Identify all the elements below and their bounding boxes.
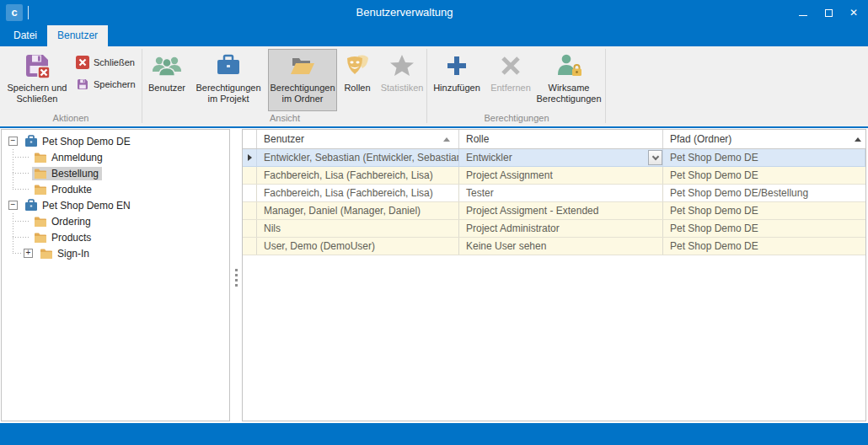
schliessen-label: Schließen bbox=[94, 57, 135, 67]
tree-node-body[interactable]: Sign-In bbox=[38, 247, 93, 260]
maximize-button[interactable] bbox=[816, 0, 841, 25]
grid-row[interactable]: Fachbereich, Lisa (Fachbereich, Lisa) Te… bbox=[243, 185, 865, 202]
cell-benutzer[interactable]: Fachbereich, Lisa (Fachbereich, Lisa) bbox=[257, 185, 459, 201]
splitter-grip-icon bbox=[230, 266, 242, 289]
grid-row[interactable]: Manager, Daniel (Manager, Daniel) Projec… bbox=[243, 202, 865, 220]
cell-pfad[interactable]: Pet Shop Demo DE bbox=[663, 149, 865, 166]
hinzufuegen-button[interactable]: Hinzufügen bbox=[430, 49, 484, 111]
entfernen-button[interactable]: Entfernen bbox=[487, 49, 534, 111]
grid-row[interactable]: Nils Project Administrator Pet Shop Demo… bbox=[243, 220, 865, 238]
column-header-pfad[interactable]: Pfad (Ordner) bbox=[663, 130, 865, 148]
minimize-button[interactable] bbox=[790, 0, 816, 25]
cell-benutzer[interactable]: User, Demo (DemoUser) bbox=[257, 238, 459, 255]
tree-node-body[interactable]: Pet Shop Demo EN bbox=[23, 198, 134, 212]
row-indicator-header bbox=[243, 130, 257, 148]
grid-row[interactable]: User, Demo (DemoUser) Keine User sehen P… bbox=[243, 238, 865, 255]
cell-pfad[interactable]: Pet Shop Demo DE/Bestellung bbox=[663, 185, 865, 201]
tree-node-body[interactable]: Ordering bbox=[32, 215, 94, 228]
tree-node-body[interactable]: Anmeldung bbox=[32, 151, 106, 164]
cell-benutzer[interactable]: Nils bbox=[257, 220, 459, 237]
row-indicator-cell bbox=[243, 185, 257, 201]
cell-rolle[interactable]: Project Assigment - Extended bbox=[459, 202, 663, 219]
chevron-down-icon bbox=[651, 153, 658, 159]
tree-node-body-selected[interactable]: Bestellung bbox=[32, 167, 102, 180]
role-dropdown-button[interactable] bbox=[648, 150, 662, 165]
tree-node-label: Products bbox=[51, 232, 91, 244]
status-bar bbox=[0, 423, 868, 445]
cell-pfad[interactable]: Pet Shop Demo DE bbox=[663, 202, 865, 219]
speichern-und-schliessen-button[interactable]: Speichern und Schließen bbox=[3, 49, 71, 111]
scroll-up-icon bbox=[855, 137, 861, 142]
grid-row-selected[interactable]: Entwickler, Sebastian (Entwickler, Sebas… bbox=[243, 149, 865, 167]
tree-node-body[interactable]: Pet Shop Demo DE bbox=[23, 134, 134, 148]
expand-icon[interactable]: + bbox=[24, 249, 33, 258]
collapse-icon[interactable]: − bbox=[8, 201, 18, 210]
rollen-button[interactable]: Rollen bbox=[339, 49, 376, 111]
row-indicator-cell bbox=[243, 238, 257, 255]
row-indicator-cell bbox=[243, 220, 257, 237]
cell-pfad[interactable]: Pet Shop Demo DE bbox=[663, 220, 865, 237]
tree-node-body[interactable]: Produkte bbox=[32, 183, 95, 196]
cell-rolle[interactable]: Project Assignment bbox=[459, 167, 663, 184]
tree-node-project-de: − Pet Shop Demo DE bbox=[2, 133, 229, 149]
column-header-benutzer[interactable]: Benutzer bbox=[257, 130, 459, 148]
grid-row[interactable]: Fachbereich, Lisa (Fachbereich, Lisa) Pr… bbox=[243, 167, 865, 185]
sort-ascending-icon bbox=[443, 137, 450, 142]
group-label-berechtigungen: Berechtigungen bbox=[428, 113, 605, 123]
window-controls: ✕ bbox=[790, 0, 866, 25]
row-indicator-cell bbox=[243, 202, 257, 219]
column-header-rolle[interactable]: Rolle bbox=[459, 130, 663, 148]
floppy-icon bbox=[76, 78, 89, 91]
tree-node-label: Sign-In bbox=[57, 248, 89, 260]
tree-node-products: Products bbox=[2, 229, 229, 245]
briefcase-icon bbox=[24, 135, 38, 147]
star-icon bbox=[388, 50, 415, 82]
cell-benutzer[interactable]: Fachbereich, Lisa (Fachbereich, Lisa) bbox=[257, 167, 459, 184]
ribbon-separator bbox=[426, 49, 427, 123]
benutzer-button[interactable]: Benutzer bbox=[145, 49, 189, 111]
cell-rolle[interactable]: Project Administrator bbox=[459, 220, 663, 237]
current-row-arrow-icon bbox=[248, 154, 252, 161]
cell-rolle[interactable]: Entwickler bbox=[459, 149, 663, 166]
folder-icon bbox=[34, 232, 47, 244]
wirksame-berechtigungen-button[interactable]: Wirksame Berechtigungen bbox=[534, 49, 603, 111]
group-label-ansicht: Ansicht bbox=[143, 113, 426, 123]
speichern-button[interactable]: Speichern bbox=[76, 77, 136, 92]
row-indicator-cell bbox=[243, 167, 257, 184]
cell-pfad[interactable]: Pet Shop Demo DE bbox=[663, 167, 865, 184]
cell-benutzer[interactable]: Manager, Daniel (Manager, Daniel) bbox=[257, 202, 459, 219]
save-and-close-icon bbox=[23, 50, 51, 82]
cell-pfad[interactable]: Pet Shop Demo DE bbox=[663, 238, 865, 255]
tree-node-label: Pet Shop Demo EN bbox=[42, 200, 131, 212]
project-tree-panel: − Pet Shop Demo DE bbox=[1, 129, 230, 421]
main-area: − Pet Shop Demo DE bbox=[0, 128, 868, 423]
cell-benutzer[interactable]: Entwickler, Sebastian (Entwickler, Sebas… bbox=[257, 149, 459, 166]
cell-rolle[interactable]: Tester bbox=[459, 185, 663, 201]
tab-datei[interactable]: Datei bbox=[3, 25, 47, 46]
window-title: Benutzerverwaltung bbox=[0, 0, 809, 25]
minimize-icon bbox=[799, 15, 807, 16]
berechtigungen-im-projekt-button[interactable]: Berechtigungen im Projekt bbox=[190, 49, 266, 111]
schliessen-button[interactable]: Schließen bbox=[76, 55, 135, 70]
close-button[interactable]: ✕ bbox=[841, 0, 866, 25]
permissions-grid-panel: Benutzer Rolle Pfad (Ordner) Entwickler,… bbox=[242, 129, 866, 421]
ribbon: Speichern und Schließen Schließen Speich… bbox=[0, 46, 868, 128]
maximize-icon bbox=[825, 9, 833, 17]
folder-icon bbox=[34, 168, 47, 180]
ribbon-tabs: Datei Benutzer bbox=[0, 25, 868, 46]
row-indicator-cell bbox=[243, 149, 257, 166]
folder-icon bbox=[34, 216, 47, 228]
collapse-icon[interactable]: − bbox=[8, 137, 18, 146]
cell-rolle[interactable]: Keine User sehen bbox=[459, 238, 663, 255]
tree-node-sign-in: + Sign-In bbox=[2, 245, 229, 261]
statistiken-button[interactable]: Statistiken bbox=[378, 49, 426, 111]
titlebar: c Benutzerverwaltung ✕ bbox=[0, 0, 868, 25]
open-folder-icon bbox=[289, 50, 316, 82]
group-label-aktionen: Aktionen bbox=[0, 113, 142, 123]
tab-benutzer[interactable]: Benutzer bbox=[47, 25, 108, 46]
tree-node-label: Produkte bbox=[51, 184, 92, 196]
berechtigungen-im-ordner-button[interactable]: Berechtigungen im Ordner bbox=[268, 49, 337, 111]
panel-splitter[interactable] bbox=[230, 129, 242, 421]
red-x-icon bbox=[76, 56, 89, 69]
tree-node-body[interactable]: Products bbox=[32, 231, 94, 244]
